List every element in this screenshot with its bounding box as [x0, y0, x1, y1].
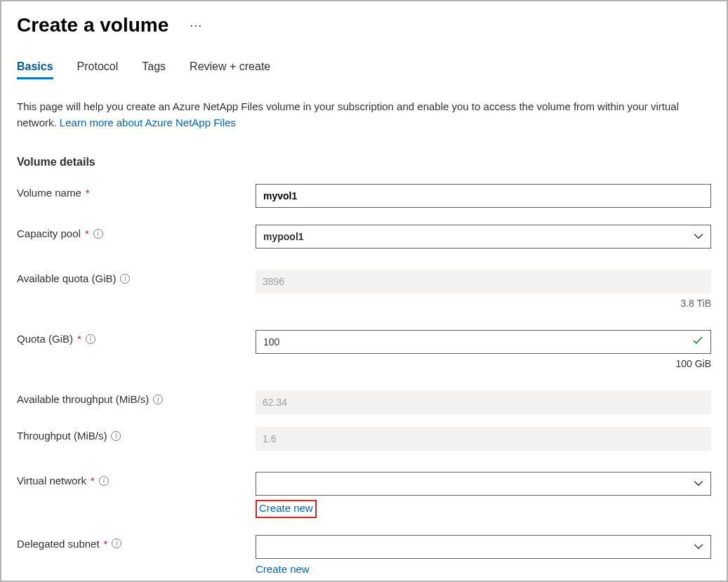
available-quota-readonly: 3896: [256, 270, 711, 293]
available-throughput-readonly: 62.34: [256, 390, 711, 414]
learn-more-link[interactable]: Learn more about Azure NetApp Files: [60, 117, 236, 128]
chevron-down-icon: [694, 479, 703, 489]
chevron-down-icon: [694, 542, 703, 552]
available-throughput-label: Available throughput (MiB/s): [17, 393, 149, 405]
quota-sub: 100 GiB: [256, 358, 711, 369]
tabs: Basics Protocol Tags Review + create: [17, 60, 711, 79]
delegated-subnet-select[interactable]: [256, 535, 711, 559]
quota-label: Quota (GiB): [17, 333, 73, 345]
capacity-pool-value: mypool1: [263, 231, 304, 242]
available-quota-sub: 3.8 TiB: [256, 298, 711, 309]
required-icon: *: [85, 227, 89, 239]
tab-basics[interactable]: Basics: [17, 60, 53, 79]
capacity-pool-select[interactable]: mypool1: [256, 225, 711, 249]
required-icon: *: [104, 538, 108, 550]
capacity-pool-label: Capacity pool: [17, 227, 81, 239]
info-icon[interactable]: i: [153, 395, 163, 404]
delegated-subnet-label: Delegated subnet: [17, 538, 100, 550]
vnet-create-new-wrap: Create new: [256, 500, 711, 518]
required-icon: *: [86, 187, 90, 199]
vnet-create-new-link[interactable]: Create new: [256, 500, 317, 518]
throughput-label: Throughput (MiB/s): [17, 430, 107, 442]
tab-protocol[interactable]: Protocol: [77, 60, 119, 79]
check-icon: [692, 335, 703, 349]
info-icon[interactable]: i: [99, 476, 109, 486]
info-icon[interactable]: i: [111, 431, 121, 441]
more-icon[interactable]: ···: [190, 18, 202, 33]
subnet-create-new-wrap: Create new: [256, 563, 711, 576]
volume-name-label: Volume name: [17, 187, 81, 199]
info-icon[interactable]: i: [86, 334, 95, 344]
available-quota-label: Available quota (GiB): [17, 272, 116, 284]
quota-value: 100: [263, 336, 279, 348]
info-icon[interactable]: i: [93, 229, 103, 239]
virtual-network-select[interactable]: [256, 472, 711, 496]
required-icon: *: [77, 333, 81, 345]
subnet-create-new-link[interactable]: Create new: [256, 563, 310, 575]
tab-tags[interactable]: Tags: [142, 60, 166, 79]
intro-text: This page will help you create an Azure …: [17, 99, 711, 131]
quota-input[interactable]: 100: [256, 330, 711, 354]
info-icon[interactable]: i: [120, 274, 130, 284]
volume-name-input[interactable]: [256, 184, 711, 208]
section-title: Volume details: [17, 156, 711, 168]
chevron-down-icon: [694, 232, 703, 242]
throughput-readonly: 1.6: [256, 427, 711, 451]
tab-review-create[interactable]: Review + create: [190, 60, 270, 79]
page-title: Create a volume: [17, 14, 168, 37]
info-icon[interactable]: i: [112, 538, 121, 548]
required-icon: *: [91, 475, 95, 487]
virtual-network-label: Virtual network: [17, 475, 86, 487]
